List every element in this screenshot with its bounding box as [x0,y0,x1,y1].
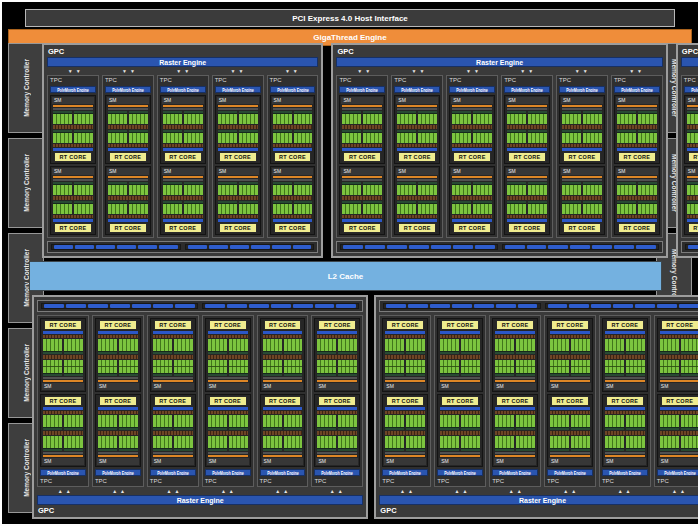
cuda-core-block [174,339,193,354]
cache-chip [249,304,269,308]
arrow-up-icon: ▲ [454,489,459,494]
cuda-core-block [317,415,336,430]
cuda-core-block [64,415,83,430]
core-stripes [605,360,624,372]
cuda-core-block [605,415,624,430]
arrow-down-icon: ▼ [637,69,642,74]
sm-label: SM [52,168,94,175]
cuda-core-block [495,436,514,451]
rt-core: RT CORE [343,152,381,162]
sm-label: SM [316,458,358,465]
tpc-label: TPC [614,77,660,84]
rt-core: RT CORE [551,320,589,330]
core-stripes [418,114,437,124]
cuda-core-array [98,339,138,354]
texture-unit-strip [218,144,258,147]
l1-cache-strip [397,219,437,222]
core-stripes [626,360,645,372]
sm-label: SM [659,458,700,465]
cuda-core-block [208,415,227,430]
cuda-core-array [562,201,602,214]
arrow-up-icon: ▲ [112,489,117,494]
core-block-header [229,351,248,354]
core-stripes [229,339,248,351]
cuda-core-block [163,201,182,214]
cuda-core-block [53,130,72,143]
cuda-core-block [440,339,459,354]
sm-block: SMRT CORE [614,166,660,235]
polymorph-engine-bar: PolyMorph Engine [437,469,483,476]
core-block-header [385,373,404,376]
sm-scheduler-strip [163,176,203,178]
sm-scheduler-strip [53,105,93,107]
core-block-header [263,351,282,354]
l1-cache-strip [605,331,645,334]
tpc-block: TPCPolyMorph EngineSMRT CORESMRT CORE [391,75,443,238]
rt-core: RT CORE [496,320,534,330]
tpc-block: TPCPolyMorph EngineSMRT CORESMRT CORE [157,75,209,238]
cuda-core-array [440,360,480,375]
core-stripes [617,204,636,214]
cuda-core-block [153,339,172,354]
core-stripes [218,114,237,124]
sm-register-strip [397,179,437,181]
core-stripes [507,204,526,214]
core-stripes [461,339,480,351]
tpc-block: TPCPolyMorph EngineSMRT CORESMRT CORE [611,75,663,238]
polymorph-engine-bar: PolyMorph Engine [40,469,86,476]
core-block-header [98,427,117,430]
arrow-up-icon: ▲ [509,489,514,494]
flow-arrow-pair: ▲▲ [200,488,254,494]
cuda-core-block [528,182,547,195]
cuda-core-block [273,111,292,124]
sm-label: SM [616,97,658,104]
sm-register-strip [385,377,425,379]
sm-register-strip [43,377,83,379]
sm-label: SM [217,168,259,175]
sm-label: SM [686,168,700,175]
tpc-label: TPC [270,77,316,84]
core-stripes [461,415,480,427]
l1-cache-strip [452,219,492,222]
cuda-core-array [605,339,645,354]
raster-flow-arrows: ▼▼▼▼▼▼▼▼▼▼ [681,68,700,74]
tpc-block: TPCPolyMorph EngineSMRT CORESMRT CORE [267,75,319,238]
core-stripes [98,339,117,351]
cuda-core-block [184,182,203,195]
core-stripes [681,436,700,448]
tpc-block: TPCPolyMorph EngineSMRT CORESMRT CORE [37,315,89,487]
l1-cache-strip [385,331,425,334]
cuda-core-block [119,415,138,430]
cache-chip [209,245,228,249]
flow-arrow-pair: ▼▼ [608,68,662,74]
raster-engine-bar: Raster Engine [379,495,700,505]
cuda-core-block [108,201,127,214]
texture-unit-strip [440,355,480,359]
cache-chip [44,304,64,308]
core-stripes [363,133,382,143]
polymorph-engine-bar: PolyMorph Engine [504,86,550,93]
sm-register-strip [617,179,657,181]
cuda-core-block [617,201,636,214]
core-stripes [338,415,357,427]
arrow-up-icon: ▲ [58,489,63,494]
core-block-header [43,448,62,451]
arrow-up-icon: ▲ [330,489,335,494]
cache-chip [505,245,525,249]
texture-unit-strip [43,335,83,338]
sm-scheduler-strip [605,455,645,457]
cuda-core-block [338,360,357,375]
texture-unit-strip [605,335,645,338]
core-stripes [43,436,62,448]
sm-block: SMRT CORE [504,95,550,164]
cuda-core-block [43,436,62,451]
arrow-up-icon: ▲ [626,489,631,494]
cache-chip [548,304,568,308]
core-stripes [284,360,303,372]
core-stripes [174,415,193,427]
cuda-core-block [461,339,480,354]
gpc-block: GPCRaster Engine▲▲▲▲▲▲▲▲▲▲▲▲TPCPolyMorph… [374,295,700,519]
cuda-core-block [452,201,471,214]
l1-cache-strip [98,331,138,334]
cuda-core-block [638,182,657,195]
